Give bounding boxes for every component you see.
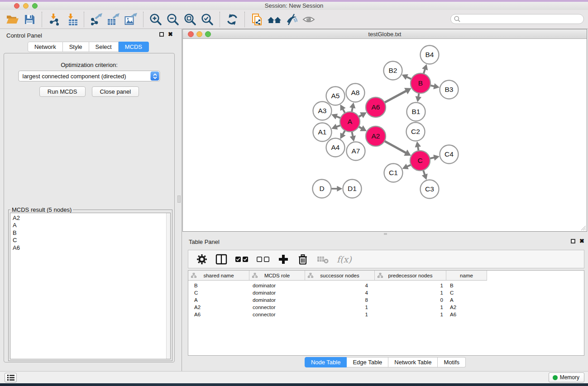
column-header-shared-name[interactable]: shared name [188, 271, 249, 281]
create-column-icon[interactable] [277, 253, 289, 266]
graph-edge-A-A4[interactable] [343, 130, 345, 134]
graph-edge-B-B4[interactable] [424, 69, 425, 74]
export-image-icon[interactable] [122, 11, 139, 28]
search-input[interactable] [463, 16, 576, 22]
table-mode-gear-icon[interactable] [196, 253, 208, 266]
column-header-name[interactable]: name [446, 271, 487, 281]
select-all-icon[interactable] [235, 253, 249, 266]
delete-table-icon[interactable] [316, 253, 329, 266]
mcds-result-items: A2ABCA6 [10, 213, 170, 252]
deselect-all-icon[interactable] [256, 253, 270, 266]
app-titlebar[interactable]: Session: New Session [0, 2, 588, 10]
save-session-icon[interactable] [21, 11, 38, 28]
table-cell: 4 [305, 282, 375, 289]
graph-edge-A-A2[interactable] [359, 127, 362, 129]
graph-edge-B-B3[interactable] [430, 86, 434, 86]
table-row[interactable]: A6connector11A6 [188, 311, 584, 318]
tab-node-table[interactable]: Node Table [305, 357, 347, 367]
application-window: Session: New Session [0, 0, 588, 386]
mcds-result-item[interactable]: C [13, 237, 170, 244]
tab-edge-table[interactable]: Edge Table [347, 357, 388, 367]
table-cell-filler [487, 296, 584, 304]
import-table-icon[interactable] [63, 11, 80, 28]
run-mcds-button[interactable]: Run MCDS [39, 86, 86, 97]
graph-node-label-A4: A4 [331, 143, 340, 151]
network-canvas-svg: AA1A2A3A4A5A6A7A8BB1B2B3B4CC1C2C3C4DD1 [183, 39, 587, 231]
graph-edge-A-A6[interactable] [359, 115, 362, 117]
graph-edge-C-C1[interactable] [407, 165, 411, 167]
tab-mcds[interactable]: MCDS [119, 42, 149, 52]
format-columns-icon[interactable] [215, 253, 227, 266]
graph-node-label-D1: D1 [348, 185, 357, 192]
table-row[interactable]: A2connector11A2 [188, 304, 584, 311]
tab-style[interactable]: Style [63, 42, 89, 52]
export-network-icon[interactable] [88, 11, 105, 28]
float-table-panel-icon[interactable] [571, 239, 575, 243]
splitter-grip[interactable] [177, 195, 181, 203]
zoom-in-icon[interactable] [147, 11, 164, 28]
memory-button[interactable]: Memory [549, 372, 584, 382]
search-field[interactable] [450, 14, 584, 24]
graph-node-label-A: A [348, 118, 353, 125]
import-network-icon[interactable] [46, 11, 63, 28]
mcds-result-item[interactable]: B [13, 229, 170, 237]
graph-edge-A2-C[interactable] [384, 141, 406, 153]
delete-columns-icon[interactable] [297, 253, 309, 266]
mcds-result-list[interactable]: A2ABCA6 [10, 213, 171, 359]
graph-edge-C-C3[interactable] [423, 170, 425, 175]
zoom-fit-icon[interactable] [182, 11, 199, 28]
optimization-criterion-dropdown[interactable]: largest connected component (directed) [19, 71, 160, 81]
panel-splitter[interactable] [177, 29, 182, 371]
table-cell-filler [487, 289, 584, 296]
table-cell: connector [249, 311, 305, 318]
horizontal-splitter-grip[interactable] [384, 233, 387, 235]
graph-edge-B-B2[interactable] [406, 77, 411, 79]
column-header-MCDS-role[interactable]: MCDS role [249, 271, 305, 281]
graph-edge-A-A5[interactable] [343, 109, 345, 113]
graph-edge-A-A1[interactable] [336, 125, 340, 127]
function-builder-icon[interactable]: f(x) [337, 253, 352, 266]
tab-motifs[interactable]: Motifs [438, 357, 466, 367]
network-canvas[interactable]: AA1A2A3A4A5A6A7A8BB1B2B3B4CC1C2C3C4DD1 [183, 39, 587, 231]
table-row[interactable]: Bdominator41B [188, 282, 584, 289]
graph-edge-A-A3[interactable] [336, 116, 341, 118]
new-network-from-selection-icon[interactable] [249, 11, 266, 28]
close-panel-icon[interactable]: ✖ [168, 32, 173, 37]
show-graphics-details-icon[interactable] [300, 11, 317, 28]
mcds-result-item[interactable]: A2 [13, 214, 170, 222]
open-file-icon[interactable] [4, 11, 21, 28]
table-cell: A6 [188, 311, 249, 318]
column-header-predecessor-nodes[interactable]: predecessor nodes [375, 271, 446, 281]
window-resize-grip[interactable] [580, 225, 586, 231]
graph-edge-C-C4[interactable] [430, 157, 434, 158]
graph-edge-A6-B[interactable] [384, 91, 406, 103]
graph-edge-C-C2[interactable] [418, 147, 418, 151]
tab-select[interactable]: Select [89, 42, 119, 52]
task-history-button[interactable] [5, 373, 17, 382]
float-panel-icon[interactable] [159, 32, 164, 37]
tab-network[interactable]: Network [28, 42, 63, 52]
export-table-icon[interactable] [105, 11, 122, 28]
graph-edge-A-A7[interactable] [352, 132, 353, 137]
table-row[interactable]: Adominator80A [188, 296, 584, 304]
zoom-selected-icon[interactable] [199, 11, 216, 28]
graph-edge-B-B1[interactable] [418, 93, 419, 97]
mcds-result-item[interactable]: A [13, 222, 170, 229]
column-header-successor-nodes[interactable]: successor nodes [305, 271, 375, 281]
graph-edge-A-A8[interactable] [352, 108, 353, 112]
search-icon [454, 15, 461, 23]
hide-graphics-details-icon[interactable] [283, 11, 300, 28]
apply-layout-icon[interactable] [224, 11, 241, 28]
network-window-titlebar[interactable]: testGlobe.txt [183, 29, 587, 39]
first-neighbors-icon[interactable] [266, 11, 283, 28]
graph-node-label-A8: A8 [351, 89, 360, 96]
table-row[interactable]: Cdominator41C [188, 289, 584, 296]
mcds-result-item[interactable]: A6 [13, 244, 170, 252]
graph-edge-arrowhead [350, 135, 356, 142]
close-table-panel-icon[interactable]: ✖ [579, 238, 584, 244]
app-title: Session: New Session [0, 2, 588, 9]
result-list-scrollbar[interactable] [166, 213, 170, 359]
tab-network-table[interactable]: Network Table [388, 357, 438, 367]
close-panel-button[interactable]: Close panel [92, 86, 139, 97]
zoom-out-icon[interactable] [164, 11, 182, 28]
